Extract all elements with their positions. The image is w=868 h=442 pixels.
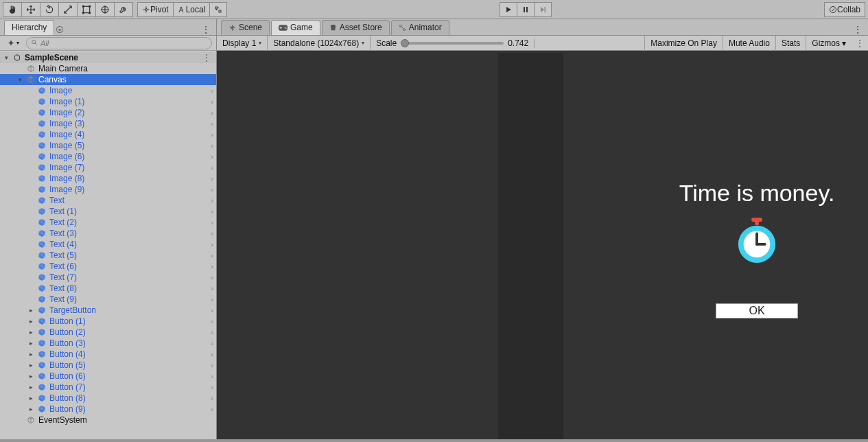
open-prefab-icon[interactable]: › <box>211 119 213 128</box>
move-tool-button[interactable] <box>22 2 40 17</box>
open-prefab-icon[interactable]: › <box>211 262 213 270</box>
hierarchy-item[interactable]: Image (6)› <box>0 151 216 162</box>
open-prefab-icon[interactable]: › <box>211 185 213 194</box>
foldout-icon[interactable]: ▸ <box>27 329 34 336</box>
hierarchy-item[interactable]: ▸Button (3)› <box>0 338 216 349</box>
collab-button[interactable]: Collab <box>824 2 865 17</box>
hierarchy-item[interactable]: Image (7)› <box>0 162 216 173</box>
search-input[interactable] <box>40 39 207 47</box>
lock-icon[interactable]: ⦿ <box>56 25 64 35</box>
hierarchy-item[interactable]: Text› <box>0 195 216 206</box>
hierarchy-item[interactable]: Text (6)› <box>0 261 216 272</box>
open-prefab-icon[interactable]: › <box>211 328 213 336</box>
open-prefab-icon[interactable]: › <box>211 361 213 369</box>
game-tab[interactable]: Game <box>271 20 320 35</box>
scene-row[interactable]: ▾ SampleScene ⋮ <box>0 52 216 63</box>
open-prefab-icon[interactable]: › <box>211 372 213 380</box>
pause-button[interactable] <box>517 2 535 17</box>
open-prefab-icon[interactable]: › <box>211 251 213 259</box>
hierarchy-item[interactable]: Image (2)› <box>0 107 216 118</box>
hierarchy-item[interactable]: ▸Button (8)› <box>0 393 216 404</box>
open-prefab-icon[interactable]: › <box>211 97 213 106</box>
foldout-icon[interactable]: ▾ <box>3 54 10 61</box>
panel-resize-handle[interactable] <box>0 439 868 442</box>
open-prefab-icon[interactable]: › <box>211 196 213 205</box>
hierarchy-item[interactable]: Image› <box>0 85 216 96</box>
animator-tab[interactable]: Animator <box>391 20 449 35</box>
open-prefab-icon[interactable]: › <box>211 152 213 161</box>
hierarchy-item[interactable]: Image (4)› <box>0 129 216 140</box>
local-button[interactable]: Local <box>174 2 211 17</box>
create-dropdown[interactable]: ＋ ▾ <box>4 37 22 49</box>
open-prefab-icon[interactable]: › <box>211 218 213 226</box>
slider-thumb[interactable] <box>401 39 409 47</box>
hierarchy-tab[interactable]: Hierarchy <box>4 20 54 35</box>
rect-tool-button[interactable] <box>78 2 96 17</box>
open-prefab-icon[interactable]: › <box>211 240 213 248</box>
hierarchy-item[interactable]: ▸Button (2)› <box>0 327 216 338</box>
open-prefab-icon[interactable]: › <box>211 108 213 117</box>
open-prefab-icon[interactable]: › <box>211 306 213 314</box>
open-prefab-icon[interactable]: › <box>211 207 213 216</box>
open-prefab-icon[interactable]: › <box>211 130 213 139</box>
game-toolbar-menu-button[interactable]: ⋮ <box>852 38 868 48</box>
transform-tool-button[interactable] <box>96 2 115 17</box>
custom-tool-button[interactable] <box>115 2 133 17</box>
display-dropdown[interactable]: Display 1 ▾ <box>217 36 268 51</box>
scene-tab[interactable]: Scene <box>221 20 270 35</box>
mute-audio-toggle[interactable]: Mute Audio <box>723 36 775 51</box>
hierarchy-item[interactable]: ▸Button (1)› <box>0 316 216 327</box>
play-button[interactable] <box>500 2 517 17</box>
hierarchy-item[interactable]: Text (4)› <box>0 239 216 250</box>
open-prefab-icon[interactable]: › <box>211 141 213 150</box>
foldout-icon[interactable]: ▸ <box>27 362 34 369</box>
game-view[interactable]: Time is money. OK <box>217 51 868 439</box>
open-prefab-icon[interactable]: › <box>211 394 213 402</box>
hierarchy-item[interactable]: ▸Button (7)› <box>0 382 216 393</box>
hierarchy-item[interactable]: Text (7)› <box>0 272 216 283</box>
foldout-icon[interactable]: ▸ <box>27 384 34 391</box>
scale-tool-button[interactable] <box>59 2 78 17</box>
foldout-icon[interactable]: ▸ <box>27 406 34 412</box>
hierarchy-search[interactable] <box>26 37 212 49</box>
scene-menu-button[interactable]: ⋮ <box>202 53 213 62</box>
open-prefab-icon[interactable]: › <box>211 350 213 358</box>
foldout-icon[interactable]: ▸ <box>27 351 34 358</box>
rotate-tool-button[interactable] <box>40 2 59 17</box>
hierarchy-item[interactable]: Text (5)› <box>0 250 216 261</box>
maximize-on-play-toggle[interactable]: Maximize On Play <box>644 36 723 51</box>
foldout-icon[interactable]: ▾ <box>16 76 23 83</box>
hierarchy-item[interactable]: Text (2)› <box>0 217 216 228</box>
open-prefab-icon[interactable]: › <box>211 383 213 391</box>
open-prefab-icon[interactable]: › <box>211 163 213 172</box>
hierarchy-item[interactable]: EventSystem <box>0 415 216 426</box>
hierarchy-item[interactable]: ▸Button (5)› <box>0 360 216 371</box>
foldout-icon[interactable]: ▸ <box>27 307 34 314</box>
foldout-icon[interactable]: ▸ <box>27 395 34 402</box>
hierarchy-item[interactable]: Text (8)› <box>0 283 216 294</box>
game-panel-menu-button[interactable]: ⋮ <box>853 24 863 35</box>
hand-tool-button[interactable] <box>3 2 22 17</box>
scale-slider[interactable] <box>401 42 504 45</box>
hierarchy-item[interactable]: ▸Button (4)› <box>0 349 216 360</box>
hierarchy-item[interactable]: ▸Button (9)› <box>0 404 216 415</box>
open-prefab-icon[interactable]: › <box>211 405 213 413</box>
open-prefab-icon[interactable]: › <box>211 317 213 325</box>
gizmos-dropdown[interactable]: Gizmos ▾ <box>806 36 852 51</box>
hierarchy-item[interactable]: Image (5)› <box>0 140 216 151</box>
asset-store-tab[interactable]: Asset Store <box>322 20 390 35</box>
hierarchy-item[interactable]: Image (1)› <box>0 96 216 107</box>
hierarchy-item[interactable]: Image (8)› <box>0 173 216 184</box>
hierarchy-item[interactable]: Image (3)› <box>0 118 216 129</box>
hierarchy-item[interactable]: Main Camera <box>0 63 216 74</box>
foldout-icon[interactable]: ▸ <box>27 373 34 380</box>
hierarchy-item[interactable]: ▸TargetButton› <box>0 305 216 316</box>
panel-menu-button[interactable]: ⋮ <box>201 24 211 35</box>
hierarchy-item[interactable]: Text (1)› <box>0 206 216 217</box>
hierarchy-tree[interactable]: ▾ SampleScene ⋮ Main Camera▾CanvasImage›… <box>0 51 216 439</box>
open-prefab-icon[interactable]: › <box>211 86 213 95</box>
ok-button[interactable]: OK <box>716 303 798 318</box>
hierarchy-item[interactable]: ▾Canvas <box>0 74 216 85</box>
open-prefab-icon[interactable]: › <box>211 174 213 183</box>
resolution-dropdown[interactable]: Standalone (1024x768) ▾ <box>268 36 371 51</box>
